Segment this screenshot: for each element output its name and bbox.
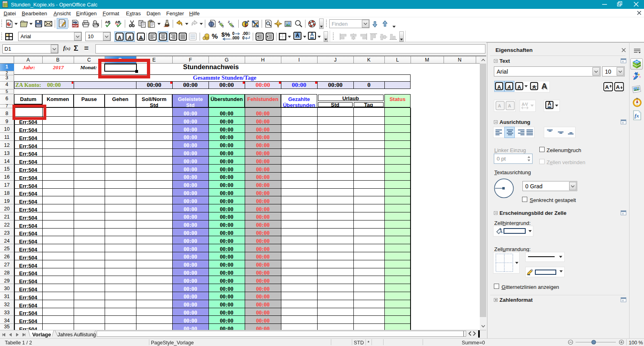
svg-text:A: A bbox=[605, 84, 609, 90]
svg-text:A: A bbox=[498, 103, 501, 108]
svg-text:A: A bbox=[616, 84, 620, 90]
svg-text:A∕V: A∕V bbox=[522, 102, 528, 107]
svg-text:Z: Z bbox=[228, 20, 230, 24]
svg-text:A: A bbox=[508, 103, 511, 108]
svg-text:PDF: PDF bbox=[72, 25, 78, 27]
svg-text:A: A bbox=[218, 20, 221, 24]
svg-text:N: N bbox=[636, 97, 638, 100]
svg-text:fx: fx bbox=[635, 113, 639, 119]
